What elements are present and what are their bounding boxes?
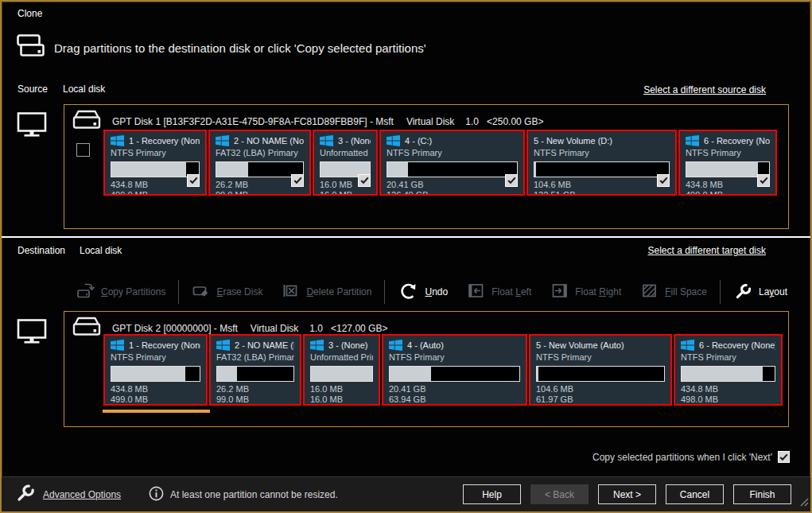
copy-on-next-checkbox[interactable] xyxy=(778,451,790,463)
destination-toolbar: Copy Partitions Erase Disk Delete Partit… xyxy=(67,277,797,307)
copy-on-next-row: Copy selected partitions when I click 'N… xyxy=(592,451,790,463)
windows-logo-icon xyxy=(320,135,333,146)
partition-filesystem: NTFS Primary xyxy=(534,148,670,158)
partition-title: 1 - Recovery (None) xyxy=(129,340,200,350)
partition-total-size: 63.94 GB xyxy=(389,394,520,405)
fill-space-icon xyxy=(640,282,659,302)
bottom-bar: Advanced Options At least one partition … xyxy=(2,476,810,511)
partition-checkbox[interactable] xyxy=(757,174,770,187)
source-disk-kind-label: Local disk xyxy=(63,84,105,95)
wrench-icon xyxy=(14,482,36,507)
partition-used-size: 26.2 MB xyxy=(216,384,294,394)
partition-title: 4 - (Auto) xyxy=(407,340,444,350)
toolbar-float-left-label: Float Left xyxy=(491,286,531,297)
partition-usage-bar xyxy=(387,161,518,177)
source-disk-box: GPT Disk 1 [B13F3F2D-A31E-475D-9F8A-FC81… xyxy=(64,104,789,229)
source-label: Source xyxy=(17,84,48,95)
partition-checkbox[interactable] xyxy=(657,174,670,187)
destination-partition-card[interactable]: 6 - Recovery (None) NTFS Primary 434.8 M… xyxy=(674,334,783,406)
partition-checkbox[interactable] xyxy=(505,174,518,187)
destination-disk-version: 1.0 xyxy=(309,323,323,334)
windows-logo-icon xyxy=(387,135,400,146)
partition-usage-bar xyxy=(310,366,373,382)
toolbar-copy-partitions-button: Copy Partitions xyxy=(67,282,175,302)
partition-total-size: 122.51 GB xyxy=(534,190,670,196)
partition-title: 3 - (None) xyxy=(338,136,371,146)
partition-title: 4 - (C:) xyxy=(405,136,432,146)
windows-logo-icon xyxy=(111,135,124,146)
windows-logo-icon xyxy=(686,135,699,146)
partition-used-size: 434.8 MB xyxy=(681,384,775,394)
destination-partition-card[interactable]: 3 - (None) Unformatted Primary 16.0 MB 1… xyxy=(303,334,380,406)
select-source-disk-link[interactable]: Select a different source disk xyxy=(643,84,766,95)
partition-filesystem: FAT32 (LBA) Primary xyxy=(216,352,294,363)
source-disk-checkbox[interactable] xyxy=(76,143,90,157)
float-left-icon xyxy=(467,282,485,302)
partition-total-size: 99.0 MB xyxy=(216,394,294,405)
destination-disk-kind-label: Local disk xyxy=(80,245,122,256)
toolbar-float-right-button: Float Right xyxy=(541,282,631,302)
toolbar-float-left-button: Float Left xyxy=(457,282,541,302)
partition-checkbox[interactable] xyxy=(187,174,200,187)
info-icon xyxy=(149,486,164,503)
source-disk-version: 1.0 xyxy=(465,116,479,127)
partition-total-size: 126.40 GB xyxy=(387,190,518,196)
partition-usage-bar xyxy=(111,366,200,382)
partition-filesystem: Unformatted Primary xyxy=(310,352,373,363)
destination-disk-name: GPT Disk 2 [00000000] - Msft xyxy=(112,323,238,334)
toolbar-copy-partitions-label: Copy Partitions xyxy=(101,286,165,297)
partition-total-size: 16.0 MB xyxy=(320,190,371,196)
partition-checkbox[interactable] xyxy=(291,174,304,187)
toolbar-separator xyxy=(178,280,179,304)
partition-title: 2 - NO NAME (None) xyxy=(234,136,304,146)
partition-total-size: 499.0 MB xyxy=(111,394,200,405)
destination-partition-card[interactable]: 5 - New Volume (Auto) NTFS Primary 104.6… xyxy=(529,334,672,406)
partition-usage-bar xyxy=(534,161,670,177)
advanced-options-link[interactable]: Advanced Options xyxy=(14,477,121,511)
destination-partition-card[interactable]: 2 - NO NAME (None) FAT32 (LBA) Primary 2… xyxy=(209,334,301,406)
source-partition-card[interactable]: 1 - Recovery (None) NTFS Primary 434.8 M… xyxy=(103,130,207,196)
source-partition-card[interactable]: 5 - New Volume (D:) NTFS Primary 104.6 M… xyxy=(526,130,677,196)
cancel-button[interactable]: Cancel xyxy=(666,484,724,504)
toolbar-fill-space-button: Fill Space xyxy=(631,282,717,302)
destination-partition-card[interactable]: 4 - (Auto) NTFS Primary 20.41 GB 63.94 G… xyxy=(382,334,527,406)
partition-title: 3 - (None) xyxy=(328,340,368,350)
toolbar-fill-space-label: Fill Space xyxy=(665,286,707,297)
partition-used-size: 104.6 MB xyxy=(534,180,670,190)
source-partition-card[interactable]: 6 - Recovery (None) NTFS Primary 434.8 M… xyxy=(678,130,777,196)
finish-button[interactable]: Finish xyxy=(733,484,791,504)
back-button: < Back xyxy=(530,484,589,504)
source-partition-card[interactable]: 2 - NO NAME (None) FAT32 (LBA) Primary 2… xyxy=(208,130,311,196)
toolbar-layout-button[interactable]: Layout xyxy=(724,282,797,303)
partition-total-size: 499.0 MB xyxy=(111,190,200,196)
undo-icon xyxy=(398,281,418,304)
partition-used-size: 20.41 GB xyxy=(387,180,518,190)
help-button[interactable]: Help xyxy=(463,484,521,504)
dialog-buttons-row: Help< BackNext >CancelFinish xyxy=(463,477,791,511)
partition-title: 5 - New Volume (Auto) xyxy=(536,340,624,350)
partition-checkbox[interactable] xyxy=(358,174,371,187)
partition-filesystem: NTFS Primary xyxy=(111,148,200,158)
toolbar-undo-button[interactable]: Undo xyxy=(388,281,457,304)
partition-total-size: 61.97 GB xyxy=(536,394,665,405)
select-target-disk-link[interactable]: Select a different target disk xyxy=(647,245,766,256)
source-disk-model: Virtual Disk xyxy=(406,116,454,127)
source-partition-card[interactable]: 4 - (C:) NTFS Primary 20.41 GB 126.40 GB xyxy=(379,130,525,196)
partition-total-size: 498.0 MB xyxy=(681,394,775,405)
toolbar-erase-disk-label: Erase Disk xyxy=(216,286,262,297)
resize-grip-icon[interactable] xyxy=(800,496,809,510)
partition-title: 6 - Recovery (None) xyxy=(704,136,770,146)
toolbar-layout-label: Layout xyxy=(759,286,787,297)
windows-logo-icon xyxy=(389,340,402,351)
partition-title: 6 - Recovery (None) xyxy=(699,340,775,350)
destination-partition-card[interactable]: 1 - Recovery (None) NTFS Primary 434.8 M… xyxy=(103,334,208,406)
source-partition-card[interactable]: 3 - (None) Unformatted Primary 16.0 MB 1… xyxy=(313,130,378,196)
source-disk-name: GPT Disk 1 [B13F3F2D-A31E-475D-9F8A-FC81… xyxy=(112,116,394,127)
partition-total-size: 16.0 MB xyxy=(310,394,373,405)
toolbar-undo-label: Undo xyxy=(425,286,448,297)
next-button[interactable]: Next > xyxy=(598,484,656,504)
partition-used-size: 434.8 MB xyxy=(111,384,200,394)
toolbar-float-right-label: Float Right xyxy=(575,286,621,297)
float-right-icon xyxy=(550,282,569,302)
partition-filesystem: NTFS Primary xyxy=(686,148,770,158)
